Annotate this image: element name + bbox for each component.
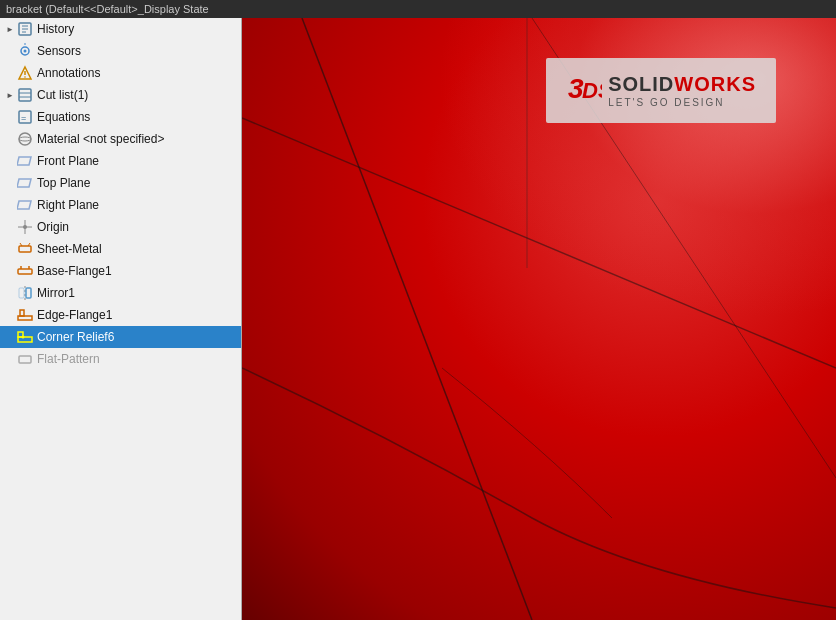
svg-text:=: = <box>21 113 26 123</box>
expand-arrow-base-flange <box>4 265 16 277</box>
tree-item-cut-list[interactable]: ►Cut list(1) <box>0 84 241 106</box>
svg-point-16 <box>19 137 31 141</box>
expand-arrow-front-plane <box>4 155 16 167</box>
svg-rect-26 <box>18 269 32 274</box>
svg-rect-33 <box>20 310 24 316</box>
tree-item-origin[interactable]: Origin <box>0 216 241 238</box>
history-icon <box>16 20 34 38</box>
tree-item-label-equations: Equations <box>37 110 90 124</box>
tree-item-material[interactable]: Material <not specified> <box>0 128 241 150</box>
sw-logo: 3 DS SOLIDWORKS LET'S GO DESIGN <box>566 70 756 111</box>
svg-line-38 <box>302 18 532 620</box>
tree-item-front-plane[interactable]: Front Plane <box>0 150 241 172</box>
expand-arrow-annotations <box>4 67 16 79</box>
tree-item-label-flat-pattern: Flat-Pattern <box>37 352 100 366</box>
expand-arrow-history[interactable]: ► <box>4 23 16 35</box>
plane-icon <box>16 174 34 192</box>
tree-item-edge-flange[interactable]: Edge-Flange1 <box>0 304 241 326</box>
tree-item-history[interactable]: ►History <box>0 18 241 40</box>
tree-item-label-annotations: Annotations <box>37 66 100 80</box>
svg-point-15 <box>19 133 31 145</box>
tree-item-sensors[interactable]: Sensors <box>0 40 241 62</box>
sheetmetal-icon <box>16 240 34 258</box>
feature-tree[interactable]: ►HistorySensorsAnnotations►Cut list(1)=E… <box>0 18 242 620</box>
expand-arrow-sensors <box>4 45 16 57</box>
tree-item-label-mirror1: Mirror1 <box>37 286 75 300</box>
tree-item-label-front-plane: Front Plane <box>37 154 99 168</box>
ds-logo-icon: 3 DS <box>566 70 602 111</box>
tree-item-right-plane[interactable]: Right Plane <box>0 194 241 216</box>
expand-arrow-right-plane <box>4 199 16 211</box>
tree-item-equations[interactable]: =Equations <box>0 106 241 128</box>
svg-rect-30 <box>26 288 31 298</box>
equation-icon: = <box>16 108 34 126</box>
annotation-icon <box>16 64 34 82</box>
sw-brand: SOLIDWORKS LET'S GO DESIGN <box>608 73 756 108</box>
tree-item-sheet-metal[interactable]: Sheet-Metal <box>0 238 241 260</box>
tree-item-label-material: Material <not specified> <box>37 132 164 146</box>
main-area: ►HistorySensorsAnnotations►Cut list(1)=E… <box>0 18 836 620</box>
tree-item-flat-pattern[interactable]: Flat-Pattern <box>0 348 241 370</box>
svg-line-39 <box>242 118 836 368</box>
sw-solidworks-text: SOLIDWORKS <box>608 73 756 95</box>
sensor-icon <box>16 42 34 60</box>
tree-item-label-edge-flange: Edge-Flange1 <box>37 308 112 322</box>
viewport: 3 DS SOLIDWORKS LET'S GO DESIGN <box>242 18 836 620</box>
svg-point-36 <box>22 336 25 339</box>
tree-item-label-sensors: Sensors <box>37 44 81 58</box>
svg-rect-31 <box>19 288 24 298</box>
svg-text:DS: DS <box>582 78 602 103</box>
svg-marker-17 <box>17 157 31 165</box>
expand-arrow-edge-flange <box>4 309 16 321</box>
expand-arrow-top-plane <box>4 177 16 189</box>
expand-arrow-material <box>4 133 16 145</box>
svg-rect-37 <box>19 356 31 363</box>
expand-arrow-sheet-metal <box>4 243 16 255</box>
baseflange-icon <box>16 262 34 280</box>
tree-item-top-plane[interactable]: Top Plane <box>0 172 241 194</box>
material-icon <box>16 130 34 148</box>
sw-tagline-text: LET'S GO DESIGN <box>608 97 756 108</box>
origin-icon <box>16 218 34 236</box>
svg-marker-19 <box>17 201 31 209</box>
svg-rect-23 <box>19 246 31 252</box>
tree-item-label-base-flange: Base-Flange1 <box>37 264 112 278</box>
tree-item-base-flange[interactable]: Base-Flange1 <box>0 260 241 282</box>
flatpattern-icon <box>16 350 34 368</box>
tree-item-label-corner-relief: Corner Relief6 <box>37 330 114 344</box>
solidworks-watermark: 3 DS SOLIDWORKS LET'S GO DESIGN <box>546 58 776 123</box>
expand-arrow-corner-relief <box>4 331 16 343</box>
mirror-icon <box>16 284 34 302</box>
title-text: bracket (Default<<Default>_Display State <box>6 3 209 15</box>
expand-arrow-mirror1 <box>4 287 16 299</box>
tree-item-annotations[interactable]: Annotations <box>0 62 241 84</box>
expand-arrow-origin <box>4 221 16 233</box>
tree-item-corner-relief[interactable]: Corner Relief6 <box>0 326 241 348</box>
svg-point-22 <box>23 225 27 229</box>
edgeflange-icon <box>16 306 34 324</box>
plane-icon <box>16 196 34 214</box>
cutlist-icon <box>16 86 34 104</box>
tree-item-label-cut-list: Cut list(1) <box>37 88 88 102</box>
title-bar: bracket (Default<<Default>_Display State <box>0 0 836 18</box>
svg-point-9 <box>24 76 26 78</box>
tree-item-label-sheet-metal: Sheet-Metal <box>37 242 102 256</box>
tree-item-label-history: History <box>37 22 74 36</box>
tree-item-mirror1[interactable]: Mirror1 <box>0 282 241 304</box>
svg-marker-18 <box>17 179 31 187</box>
tree-item-label-origin: Origin <box>37 220 69 234</box>
svg-rect-10 <box>19 89 31 101</box>
plane-icon <box>16 152 34 170</box>
expand-arrow-equations <box>4 111 16 123</box>
tree-item-label-top-plane: Top Plane <box>37 176 90 190</box>
svg-point-5 <box>24 50 27 53</box>
cornerrelief-icon <box>16 328 34 346</box>
tree-item-label-right-plane: Right Plane <box>37 198 99 212</box>
expand-arrow-flat-pattern <box>4 353 16 365</box>
expand-arrow-cut-list[interactable]: ► <box>4 89 16 101</box>
